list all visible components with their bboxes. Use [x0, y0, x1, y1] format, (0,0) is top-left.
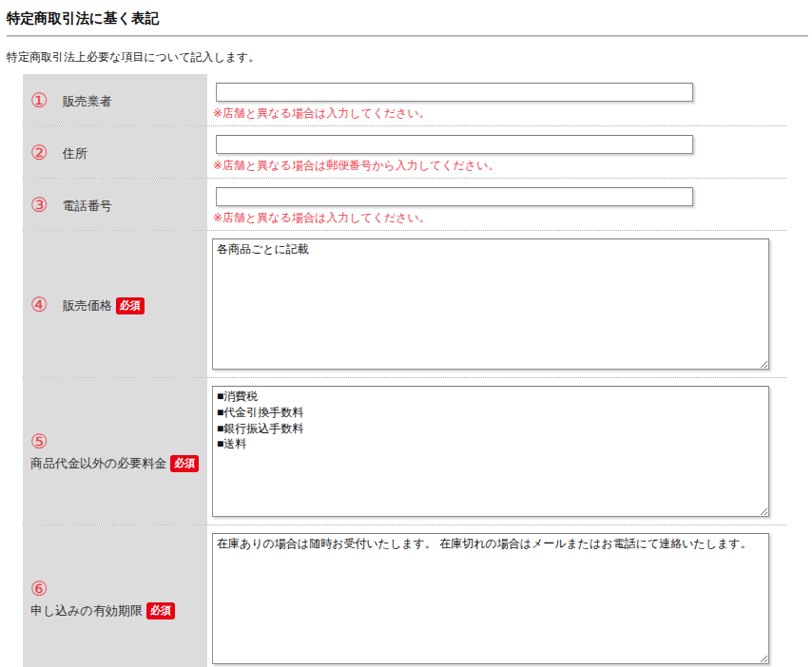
- row-label-cell: ①販売業者: [23, 74, 207, 125]
- row-content-cell: 在庫ありの場合は随時お受付いたします。 在庫切れの場合はメールまたはお電話にて連…: [207, 525, 786, 667]
- page-title: 特定商取引法に基く表記: [7, 10, 805, 28]
- textarea-input[interactable]: 各商品ごとに記載: [212, 238, 769, 370]
- row-number-icon: ⑥: [30, 579, 48, 599]
- field-note: ※店舗と異なる場合は郵便番号から入力してください。: [213, 158, 786, 174]
- row-label-cell: ⑥申し込みの有効期限必須: [23, 525, 207, 667]
- required-badge: 必須: [146, 602, 175, 619]
- row-label-inner: ⑤商品代金以外の必要料金必須: [30, 430, 200, 473]
- required-badge: 必須: [116, 297, 145, 314]
- row-label-cell: ③電話番号: [23, 179, 207, 230]
- row-number-icon: ④: [30, 295, 48, 314]
- row-label-cell: ②住所: [23, 126, 207, 178]
- row-label: 商品代金以外の必要料金: [30, 456, 166, 470]
- row-label-group: 販売業者: [63, 90, 112, 111]
- row-content-cell: 各商品ごとに記載: [207, 231, 786, 377]
- row-label-inner: ②住所: [30, 142, 200, 163]
- row-label-group: 申し込みの有効期限必須: [30, 600, 175, 620]
- row-number-icon: ③: [30, 195, 48, 215]
- row-number-icon: ①: [30, 90, 48, 110]
- row-label-group: 販売価格必須: [63, 295, 145, 315]
- row-label-cell: ④販売価格必須: [23, 231, 207, 377]
- text-input[interactable]: [216, 135, 693, 154]
- row-content-cell: ■消費税 ■代金引換手数料 ■銀行振込手数料 ■送料: [207, 378, 786, 524]
- form-row: ②住所 ※店舗と異なる場合は郵便番号から入力してください。: [23, 126, 786, 179]
- title-divider: [7, 35, 808, 37]
- form-row: ⑤商品代金以外の必要料金必須 ■消費税 ■代金引換手数料 ■銀行振込手数料 ■送…: [23, 378, 786, 525]
- textarea-input[interactable]: 在庫ありの場合は随時お受付いたします。 在庫切れの場合はメールまたはお電話にて連…: [212, 533, 769, 664]
- row-label-group: 商品代金以外の必要料金必須: [30, 452, 199, 473]
- row-label-group: 住所: [63, 143, 87, 163]
- page-description: 特定商取引法上必要な項目について記入します。: [7, 49, 805, 66]
- form-table: ①販売業者 ※店舗と異なる場合は入力してください。 ②住所 ※店舗と異なる場合は…: [23, 74, 786, 667]
- textarea-input[interactable]: ■消費税 ■代金引換手数料 ■銀行振込手数料 ■送料: [212, 386, 769, 517]
- row-label: 販売業者: [63, 94, 112, 108]
- field-note: ※店舗と異なる場合は入力してください。: [213, 105, 786, 122]
- text-input[interactable]: [216, 83, 693, 102]
- row-label: 販売価格: [63, 298, 112, 313]
- row-label: 申し込みの有効期限: [30, 603, 143, 618]
- row-label-cell: ⑤商品代金以外の必要料金必須: [23, 378, 207, 524]
- row-label-inner: ①販売業者: [30, 89, 200, 111]
- page: 特定商取引法に基く表記 特定商取引法上必要な項目について記入します。 ①販売業者…: [0, 0, 812, 667]
- row-content-cell: ※店舗と異なる場合は郵便番号から入力してください。: [207, 126, 786, 178]
- row-label-inner: ⑥申し込みの有効期限必須: [30, 578, 200, 620]
- form-row: ①販売業者 ※店舗と異なる場合は入力してください。: [23, 74, 786, 126]
- row-label: 住所: [63, 146, 87, 161]
- row-label-group: 電話番号: [63, 195, 112, 216]
- row-label-inner: ③電話番号: [30, 194, 200, 216]
- field-note: ※店舗と異なる場合は入力してください。: [213, 210, 786, 226]
- row-content-cell: ※店舗と異なる場合は入力してください。: [207, 74, 786, 125]
- form-row: ③電話番号 ※店舗と異なる場合は入力してください。: [23, 179, 786, 231]
- text-input[interactable]: [216, 187, 693, 206]
- row-label-inner: ④販売価格必須: [30, 294, 200, 315]
- row-number-icon: ⑤: [30, 431, 48, 451]
- form-row: ④販売価格必須 各商品ごとに記載: [23, 231, 786, 378]
- form-row: ⑥申し込みの有効期限必須 在庫ありの場合は随時お受付いたします。 在庫切れの場合…: [23, 525, 786, 667]
- row-content-cell: ※店舗と異なる場合は入力してください。: [207, 179, 786, 230]
- required-badge: 必須: [170, 455, 199, 472]
- row-number-icon: ②: [30, 143, 48, 162]
- row-label: 電話番号: [63, 199, 112, 213]
